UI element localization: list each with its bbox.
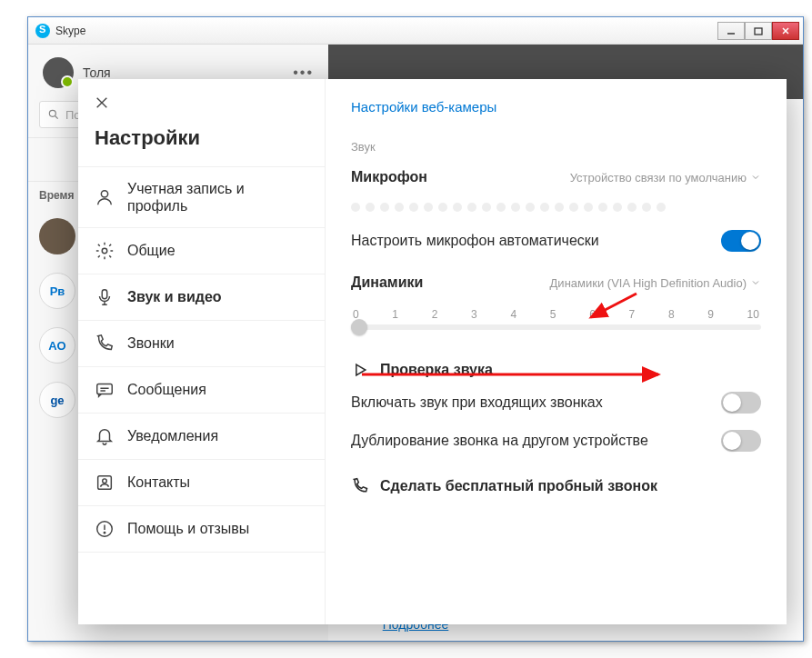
gear-icon [95,241,115,261]
level-dot [555,203,564,212]
microphone-device-select[interactable]: Устройство связи по умолчанию [570,171,761,184]
chevron-down-icon [750,172,761,183]
settings-modal: Настройки Учетная запись и профиль Общие… [78,79,787,624]
message-icon [95,380,115,400]
ring-incoming-toggle[interactable] [721,392,761,414]
ring-redirect-toggle[interactable] [721,430,761,452]
close-settings-button[interactable] [78,79,325,121]
nav-general[interactable]: Общие [78,227,325,274]
sound-section-label: Звук [351,140,761,154]
close-window-button[interactable] [772,22,799,40]
svg-point-16 [104,533,105,533]
phone-icon [351,477,369,495]
contacts-icon [95,473,115,493]
level-dot [424,203,433,212]
svg-point-8 [101,191,107,197]
title-bar: Skype [28,17,803,45]
scale-mark: 9 [707,308,714,321]
ring-incoming-label: Включать звук при входящих звонках [351,394,603,411]
svg-point-9 [102,249,107,254]
level-dot [540,203,549,212]
app-window: Skype Добро пожаловать, Толя ••• Пои Чат… [27,16,804,642]
test-audio-button[interactable]: Проверка звука [351,350,761,390]
svg-line-5 [55,116,58,119]
ring-redirect-label: Дублирование звонка на другом устройстве [351,433,648,449]
settings-nav: Настройки Учетная запись и профиль Общие… [78,79,326,624]
level-dot [453,203,462,212]
level-dot [496,203,506,212]
level-dot [584,203,593,212]
level-dot [657,203,666,212]
nav-help[interactable]: Помощь и отзывы [78,505,325,553]
avatar: Рв [39,273,75,309]
level-dot [569,203,578,212]
nav-notifications[interactable]: Уведомления [78,413,325,459]
scale-mark: 2 [432,308,438,321]
help-icon [95,519,115,539]
window-title: Skype [55,25,717,37]
level-dot [642,203,651,212]
level-dot [438,203,447,212]
nav-audio-video[interactable]: Звук и видео [78,274,325,320]
level-dot [511,203,520,212]
free-test-call-button[interactable]: Сделать бесплатный пробный звонок [351,466,761,506]
microphone-level-meter [351,203,761,212]
search-icon [47,108,60,121]
speaker-volume-slider[interactable] [351,324,761,330]
webcam-settings-link[interactable]: Настройки веб-камеры [351,99,496,115]
scale-mark: 3 [471,308,477,321]
microphone-label: Микрофон [351,169,427,185]
phone-icon [95,334,115,354]
minimize-button[interactable] [717,22,745,40]
scale-mark: 5 [550,308,556,321]
close-icon [95,95,109,110]
level-dot [613,203,622,212]
settings-title: Настройки [78,121,325,166]
level-dot [366,203,375,212]
svg-rect-11 [97,384,113,394]
scale-mark: 1 [392,308,398,321]
auto-mic-toggle[interactable] [721,230,761,252]
nav-calls[interactable]: Звонки [78,320,325,366]
avatar [43,57,74,88]
svg-rect-1 [755,28,762,35]
avatar: АО [39,327,75,364]
avatar: ge [39,382,75,418]
level-dot [380,203,389,212]
level-dot [467,203,476,212]
nav-contacts[interactable]: Контакты [78,459,325,505]
bell-icon [95,426,115,446]
level-dot [482,203,491,212]
slider-thumb[interactable] [351,319,367,335]
user-icon [95,187,115,207]
scale-mark: 8 [668,308,675,321]
svg-rect-10 [102,290,107,299]
speakers-label: Динамики [351,274,423,291]
nav-account[interactable]: Учетная запись и профиль [78,166,325,227]
speakers-device-select[interactable]: Динамики (VIA High Definition Audio) [550,276,761,290]
chevron-down-icon [750,277,761,288]
nav-messages[interactable]: Сообщения [78,366,325,413]
scale-mark: 10 [747,308,759,321]
level-dot [395,203,404,212]
maximize-button[interactable] [745,22,772,40]
speaker-volume-scale: 012345678910 [353,308,759,321]
microphone-icon [95,287,115,307]
scale-mark: 6 [589,308,596,321]
level-dot [409,203,418,212]
settings-content: Настройки веб-камеры Звук Микрофон Устро… [326,79,787,624]
level-dot [627,203,637,212]
level-dot [598,203,607,212]
scale-mark: 7 [629,308,636,321]
play-icon [351,361,369,379]
avatar [39,218,75,254]
svg-point-4 [49,110,55,116]
level-dot [351,203,360,212]
auto-mic-label: Настроить микрофон автоматически [351,233,599,249]
profile-name: Толя [83,65,111,80]
scale-mark: 4 [510,308,516,321]
skype-logo-icon [35,24,50,38]
level-dot [526,203,535,212]
svg-point-13 [103,479,107,484]
